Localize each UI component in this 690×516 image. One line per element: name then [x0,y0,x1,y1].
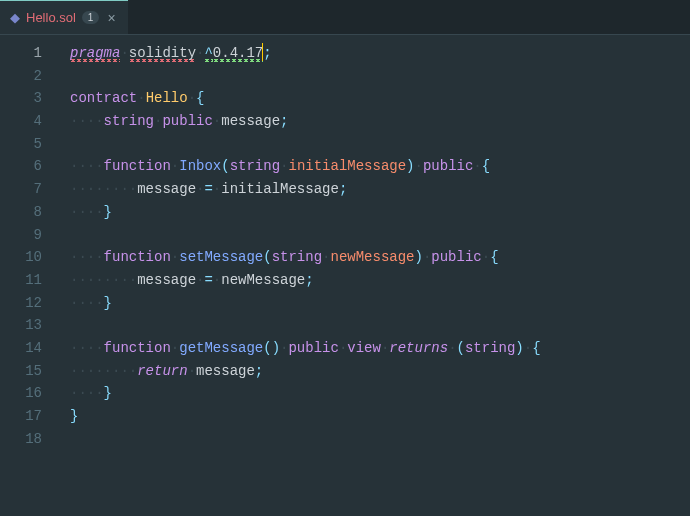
tab-hello-sol[interactable]: ◆ Hello.sol 1 × [0,0,128,34]
line-number: 13 [0,314,60,337]
line-number: 6 [0,155,60,178]
code-line[interactable]: ····string·public·message; [70,110,690,133]
line-number: 10 [0,246,60,269]
code-line[interactable]: ····} [70,292,690,315]
code-area[interactable]: pragma·solidity·^0.4.17;contract·Hello·{… [60,35,690,516]
code-line[interactable]: ········message·=·initialMessage; [70,178,690,201]
line-number: 2 [0,65,60,88]
code-line[interactable]: ····} [70,382,690,405]
code-line[interactable]: ····function·Inbox(string·initialMessage… [70,155,690,178]
code-line[interactable]: ····function·getMessage()·public·view·re… [70,337,690,360]
code-line[interactable] [70,224,690,247]
code-line[interactable]: ····function·setMessage(string·newMessag… [70,246,690,269]
ethereum-icon: ◆ [10,10,20,25]
code-line[interactable]: ····} [70,201,690,224]
line-number: 17 [0,405,60,428]
line-number: 3 [0,87,60,110]
code-line[interactable]: ········return·message; [70,360,690,383]
line-number: 18 [0,428,60,451]
tab-problem-badge: 1 [82,11,100,24]
code-line[interactable] [70,65,690,88]
line-number: 9 [0,224,60,247]
code-line[interactable] [70,314,690,337]
tab-bar: ◆ Hello.sol 1 × [0,0,690,35]
line-number: 15 [0,360,60,383]
line-number: 5 [0,133,60,156]
code-line[interactable] [70,133,690,156]
code-line[interactable]: contract·Hello·{ [70,87,690,110]
line-number: 1 [0,42,60,65]
code-line[interactable] [70,428,690,451]
line-number: 14 [0,337,60,360]
line-number: 7 [0,178,60,201]
line-number: 11 [0,269,60,292]
code-line[interactable]: } [70,405,690,428]
line-number: 4 [0,110,60,133]
line-number-gutter: 123456789101112131415161718 [0,35,60,516]
line-number: 8 [0,201,60,224]
code-line[interactable]: ········message·=·newMessage; [70,269,690,292]
editor: 123456789101112131415161718 pragma·solid… [0,35,690,516]
text-cursor [262,43,263,61]
close-icon[interactable]: × [105,10,117,26]
code-line[interactable]: pragma·solidity·^0.4.17; [70,42,690,65]
line-number: 12 [0,292,60,315]
line-number: 16 [0,382,60,405]
tab-filename: Hello.sol [26,10,76,25]
